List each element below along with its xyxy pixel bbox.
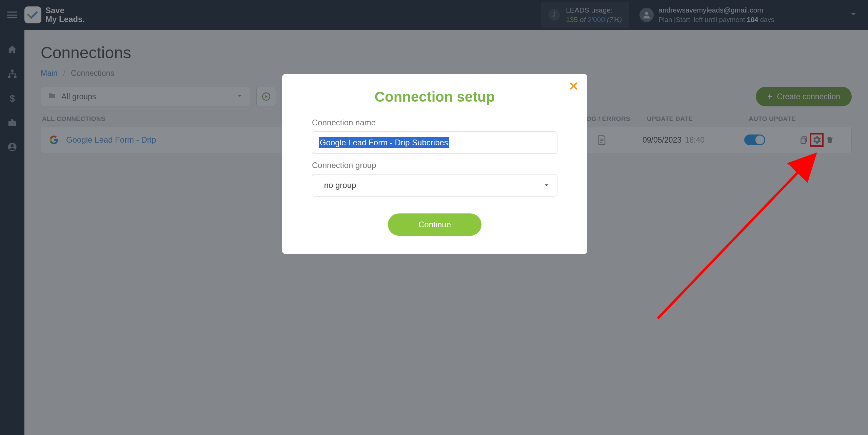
label-connection-group: Connection group — [312, 161, 557, 170]
label-connection-name: Connection name — [312, 118, 557, 127]
chevron-down-icon — [543, 182, 550, 189]
modal-close-button[interactable] — [569, 81, 578, 92]
close-icon — [569, 81, 578, 91]
connection-group-select[interactable]: - no group - — [312, 174, 557, 196]
connection-group-value: - no group - — [319, 181, 543, 190]
modal-title: Connection setup — [302, 89, 567, 105]
connection-name-value: Google Lead Form - Drip Subcribes — [319, 137, 449, 148]
connection-name-input[interactable]: Google Lead Form - Drip Subcribes — [312, 131, 557, 154]
continue-button[interactable]: Continue — [388, 213, 481, 236]
continue-label: Continue — [418, 220, 451, 229]
connection-setup-modal: Connection setup Connection name Google … — [282, 74, 587, 254]
